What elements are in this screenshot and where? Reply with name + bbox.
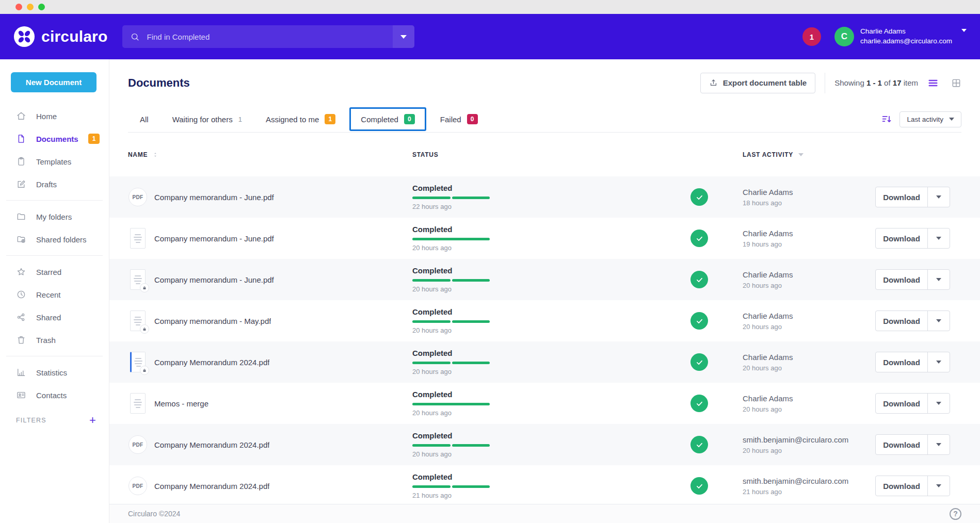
last-activity-time: 19 hours ago [743,240,872,248]
sidebar-divider [6,200,103,201]
download-options-button[interactable] [928,187,950,207]
search-scope-dropdown[interactable] [393,25,414,48]
download-button[interactable]: Download [876,476,928,496]
progress-bar [412,403,490,405]
tab-failed[interactable]: Failed 0 [428,114,490,124]
download-options-button[interactable] [928,228,950,248]
download-options-button[interactable] [928,311,950,331]
completed-check-icon [690,436,708,453]
download-button[interactable]: Download [876,187,928,207]
table-row[interactable]: PDF Company Memorandum 2024.pdf Complete… [109,465,980,504]
status-label: Completed [412,307,562,316]
sidebar-item-documents[interactable]: Documents 1 [0,127,109,150]
user-menu[interactable]: C Charlie Adams charlie.adams@circularo.… [834,27,967,46]
lock-icon [140,366,149,375]
sidebar-item-label: Shared [36,313,61,322]
sidebar-item-home[interactable]: Home [0,105,109,127]
template-icon [16,156,26,167]
chevron-down-icon [936,484,941,487]
sidebar-item-trash[interactable]: Trash [0,329,109,351]
document-thumbnail-icon [130,352,146,372]
filters-label: FILTERS [16,417,46,424]
download-options-button[interactable] [928,394,950,413]
pdf-file-icon: PDF [128,435,147,454]
table-row[interactable]: Company Memorandum 2024.pdf Completed 20… [109,341,980,383]
table-row[interactable]: Memos - merge Completed 20 hours ago Cha… [109,383,980,424]
sidebar-item-badge: 1 [88,134,100,144]
add-filter-button[interactable]: + [89,415,97,426]
table-header: NAME STATUS LAST ACTIVITY [109,133,980,176]
table-row[interactable]: PDF Company memorandum - June.pdf Comple… [109,176,980,218]
progress-bar [412,320,490,323]
sidebar-item-my-folders[interactable]: My folders [0,205,109,228]
sidebar-item-shared-folders[interactable]: Shared folders [0,228,109,251]
download-options-button[interactable] [928,435,950,454]
help-button[interactable]: ? [950,508,961,520]
download-options-button[interactable] [928,270,950,289]
table-row[interactable]: Company memorandum - June.pdf Completed … [109,259,980,300]
last-activity-time: 20 hours ago [743,323,872,331]
column-name[interactable]: NAME [128,151,148,158]
sidebar: New Document Home Documents 1 Templates … [0,59,109,523]
status-time: 20 hours ago [412,409,562,417]
brand-logo[interactable]: circularo [13,26,108,47]
tab-badge: 1 [325,114,335,124]
table-row[interactable]: Company memorandum - June.pdf Completed … [109,218,980,259]
grid-view-button[interactable] [951,78,961,88]
download-button[interactable]: Download [876,228,928,248]
export-icon [709,78,718,87]
sidebar-item-templates[interactable]: Templates [0,150,109,173]
new-document-button[interactable]: New Document [11,72,97,92]
completed-check-icon [690,271,708,288]
window-minimize-button[interactable] [27,4,34,10]
download-options-button[interactable] [928,476,950,496]
search-input[interactable] [143,32,393,41]
sidebar-divider [6,255,103,256]
tab-label: Assigned to me [266,115,319,124]
window-close-button[interactable] [15,4,22,10]
sidebar-item-starred[interactable]: Starred [0,260,109,283]
sort-arrows-icon[interactable] [152,151,159,158]
download-button[interactable]: Download [876,352,928,372]
document-thumbnail-icon [130,269,146,290]
table-row[interactable]: Company memorandum - May.pdf Completed 2… [109,300,980,341]
last-activity-time: 20 hours ago [743,405,872,413]
app-window: circularo 1 C Charlie Adams charlie.adam… [0,0,980,523]
sidebar-item-drafts[interactable]: Drafts [0,173,109,195]
completed-check-icon [690,395,708,412]
download-button[interactable]: Download [876,394,928,413]
download-button[interactable]: Download [876,435,928,454]
sidebar-item-shared[interactable]: Shared [0,306,109,329]
tab-assigned-to-me[interactable]: Assigned to me 1 [254,114,347,124]
tab-label: All [140,115,149,124]
document-name: Company Memorandum 2024.pdf [154,358,269,367]
window-titlebar [0,0,980,14]
window-zoom-button[interactable] [38,4,45,10]
sort-by-dropdown[interactable]: Last activity [899,111,961,127]
sidebar-item-contacts[interactable]: Contacts [0,384,109,406]
download-options-button[interactable] [928,352,950,372]
table-row[interactable]: PDF Company Memorandum 2024.pdf Complete… [109,424,980,465]
user-name: Charlie Adams [860,27,906,35]
page-header: Documents Export document table Showing … [109,59,980,106]
export-document-table-button[interactable]: Export document table [700,73,816,93]
tab-completed[interactable]: Completed 0 [349,107,426,131]
share-icon [16,312,26,322]
tab-all[interactable]: All [128,115,160,124]
status-time: 20 hours ago [412,244,562,252]
showing-total: 17 [893,78,902,87]
home-icon [16,111,26,121]
download-button[interactable]: Download [876,270,928,289]
sidebar-item-recent[interactable]: Recent [0,283,109,306]
list-view-button[interactable] [927,77,939,89]
notification-badge[interactable]: 1 [802,27,821,46]
column-status[interactable]: STATUS [412,151,438,158]
trash-icon [16,335,26,345]
status-label: Completed [412,390,562,399]
column-last-activity[interactable]: LAST ACTIVITY [743,151,793,158]
download-button[interactable]: Download [876,311,928,331]
sort-direction-button[interactable] [881,113,892,125]
sidebar-item-statistics[interactable]: Statistics [0,361,109,384]
user-menu-caret [958,32,967,41]
tab-waiting-for-others[interactable]: Waiting for others 1 [160,115,254,124]
